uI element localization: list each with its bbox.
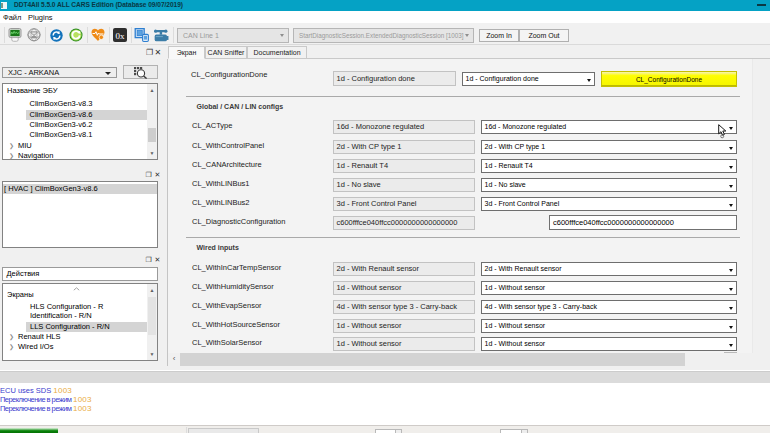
svg-text:0x: 0x bbox=[116, 31, 126, 41]
